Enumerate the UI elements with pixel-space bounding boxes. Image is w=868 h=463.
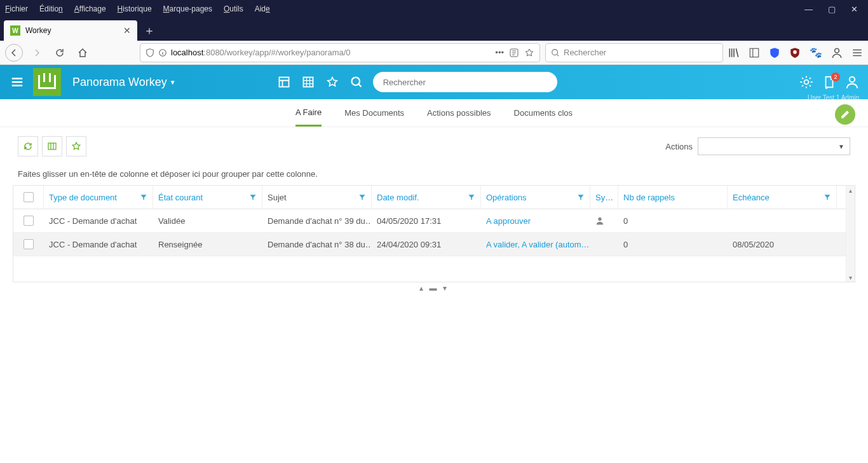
tab-actions-possibles[interactable]: Actions possibles <box>427 99 491 127</box>
extension-icon[interactable]: 🐾 <box>810 46 822 59</box>
search-icon <box>551 48 560 57</box>
scroll-up-icon[interactable]: ▴ <box>848 187 853 193</box>
menu-hamburger-button[interactable] <box>6 71 28 93</box>
cell-operations[interactable]: A approuver <box>481 209 590 232</box>
bookmark-star-icon[interactable] <box>524 48 534 58</box>
scrollbar[interactable]: ▴ ▾ <box>846 186 855 282</box>
cell-sujet: Demande d'achat n° 38 du… <box>262 233 372 256</box>
url-more-icon[interactable]: ••• <box>495 48 504 58</box>
url-bar[interactable]: localhost:8080/workey/app/#/workey/panor… <box>140 43 540 62</box>
col-date[interactable]: Date modif. <box>372 186 481 209</box>
col-sujet[interactable]: Sujet <box>262 186 372 209</box>
account-icon[interactable] <box>831 47 843 59</box>
menu-fichier[interactable]: Fichier <box>5 4 28 13</box>
user-icon[interactable] <box>845 75 859 89</box>
nav-back-button[interactable] <box>5 44 23 62</box>
svg-point-10 <box>850 77 855 82</box>
tab-documents-clos[interactable]: Documents clos <box>514 99 573 127</box>
app-header: Panorama Workey ▼ 2 User Test 1 Admin <box>0 65 868 99</box>
window-minimize[interactable]: — <box>804 4 813 14</box>
browser-search-bar[interactable]: Rechercher <box>545 43 723 62</box>
settings-gear-icon[interactable] <box>799 75 813 89</box>
app-logo[interactable] <box>33 68 61 96</box>
window-close[interactable]: ✕ <box>851 4 858 14</box>
svg-point-5 <box>835 48 839 53</box>
cell-sync <box>590 233 618 256</box>
header-search-icon[interactable] <box>350 76 363 88</box>
browser-tab-strip: W Workey ✕ ＋ <box>0 18 868 41</box>
nav-home-button[interactable] <box>74 44 92 62</box>
filter-icon[interactable] <box>468 193 475 201</box>
col-type[interactable]: Type de document <box>44 186 153 209</box>
row-checkbox[interactable] <box>24 216 34 226</box>
content-tabs: A Faire Mes Documents Actions possibles … <box>0 99 868 127</box>
col-etat[interactable]: État courant <box>153 186 262 209</box>
new-tab-button[interactable]: ＋ <box>144 20 155 41</box>
resize-handle[interactable]: ▴ ▬ ▾ <box>0 282 868 294</box>
caret-down-icon: ▼ <box>170 79 176 86</box>
panel-icon[interactable] <box>278 76 290 88</box>
tab-title: Workey <box>25 26 51 35</box>
app-search-field[interactable] <box>383 78 547 87</box>
table-row[interactable]: JCC - Demande d'achat Renseignée Demande… <box>13 233 846 256</box>
nav-reload-button[interactable] <box>51 44 69 62</box>
filter-icon[interactable] <box>140 193 147 201</box>
library-icon[interactable] <box>728 47 740 59</box>
col-echeance[interactable]: Echéance <box>728 186 837 209</box>
browser-menu-icon[interactable] <box>851 47 863 59</box>
menu-marquepages[interactable]: Marque-pages <box>163 4 212 13</box>
col-checkbox[interactable] <box>13 186 44 209</box>
row-checkbox[interactable] <box>24 239 34 249</box>
grid-icon[interactable] <box>302 76 315 88</box>
col-sync[interactable]: Sy… <box>590 186 618 209</box>
nav-forward-button[interactable] <box>28 44 46 62</box>
svg-point-8 <box>351 78 360 86</box>
cell-rappel: 0 <box>618 209 728 232</box>
table-row[interactable]: JCC - Demande d'achat Validée Demande d'… <box>13 209 846 233</box>
app-title-dropdown[interactable]: Panorama Workey ▼ <box>72 76 176 89</box>
cell-date: 24/04/2020 09:31 <box>372 233 481 256</box>
menu-aide[interactable]: Aide <box>255 4 270 13</box>
filter-icon[interactable] <box>249 193 257 201</box>
cell-echeance: 08/05/2020 <box>728 233 837 256</box>
filter-icon[interactable] <box>824 193 831 201</box>
menu-edition[interactable]: Édition <box>39 4 63 13</box>
svg-rect-11 <box>48 143 56 149</box>
header-right-group: 2 User Test 1 Admin <box>799 75 859 89</box>
favorite-icon[interactable] <box>326 76 339 88</box>
cell-rappel: 0 <box>618 233 728 256</box>
scroll-down-icon[interactable]: ▾ <box>848 274 853 280</box>
filter-icon[interactable] <box>577 193 585 201</box>
cell-type: JCC - Demande d'achat <box>44 233 153 256</box>
browser-tab[interactable]: W Workey ✕ <box>4 20 137 41</box>
filter-icon[interactable] <box>358 193 366 201</box>
tab-close-icon[interactable]: ✕ <box>123 25 131 36</box>
notifications-icon[interactable]: 2 <box>822 75 836 89</box>
window-maximize[interactable]: ▢ <box>828 4 836 14</box>
checkbox-all[interactable] <box>24 192 34 202</box>
tab-a-faire[interactable]: A Faire <box>295 99 322 127</box>
columns-button[interactable] <box>42 136 62 156</box>
user-icon <box>595 216 604 225</box>
browser-menubar: Fichier Édition Affichage Historique Mar… <box>0 0 868 18</box>
reader-icon[interactable] <box>509 48 519 58</box>
cell-operations[interactable]: A valider, A valider (autom… <box>481 233 590 256</box>
sidebar-icon[interactable] <box>749 47 760 59</box>
shield-icon <box>146 48 154 57</box>
actions-dropdown[interactable]: ▼ <box>698 137 850 155</box>
svg-rect-3 <box>750 48 759 57</box>
refresh-button[interactable] <box>18 136 38 156</box>
col-operations[interactable]: Opérations <box>481 186 590 209</box>
tab-mes-documents[interactable]: Mes Documents <box>344 99 404 127</box>
firefox-shield-icon[interactable] <box>769 47 780 59</box>
menu-affichage[interactable]: Affichage <box>74 4 106 13</box>
cell-type: JCC - Demande d'achat <box>44 209 153 232</box>
col-rappels[interactable]: Nb de rappels <box>618 186 728 209</box>
star-button[interactable] <box>66 136 86 156</box>
cell-sujet: Demande d'achat n° 39 du… <box>262 209 372 232</box>
ublock-icon[interactable] <box>789 47 801 59</box>
menu-historique[interactable]: Historique <box>118 4 152 13</box>
menu-outils[interactable]: Outils <box>224 4 243 13</box>
app-search-input[interactable] <box>373 72 557 92</box>
create-fab-button[interactable] <box>835 104 855 125</box>
